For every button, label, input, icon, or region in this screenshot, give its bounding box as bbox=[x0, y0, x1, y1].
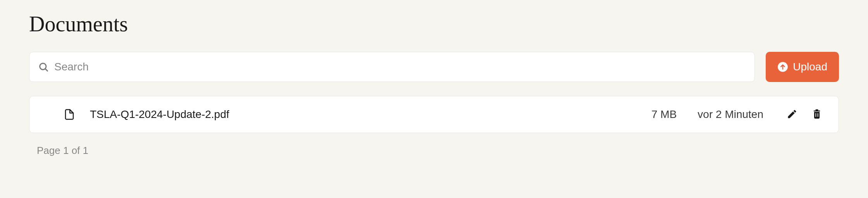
search-icon bbox=[38, 61, 49, 72]
svg-line-1 bbox=[45, 69, 48, 71]
controls-row: Upload bbox=[29, 52, 839, 82]
pencil-icon bbox=[787, 109, 797, 121]
upload-button[interactable]: Upload bbox=[766, 52, 839, 82]
document-icon bbox=[64, 109, 75, 120]
page-title: Documents bbox=[29, 12, 839, 36]
delete-button[interactable] bbox=[809, 106, 825, 123]
trash-icon bbox=[811, 109, 822, 121]
search-input[interactable] bbox=[54, 61, 746, 73]
document-name: TSLA-Q1-2024-Update-2.pdf bbox=[90, 108, 642, 121]
document-row: TSLA-Q1-2024-Update-2.pdf 7 MB vor 2 Min… bbox=[29, 96, 839, 133]
pagination-label: Page 1 of 1 bbox=[29, 145, 839, 157]
document-size: 7 MB bbox=[651, 108, 677, 121]
upload-label: Upload bbox=[793, 61, 827, 73]
edit-button[interactable] bbox=[784, 106, 800, 123]
upload-icon bbox=[777, 61, 788, 72]
document-modified: vor 2 Minuten bbox=[698, 108, 763, 121]
search-container[interactable] bbox=[29, 52, 755, 82]
